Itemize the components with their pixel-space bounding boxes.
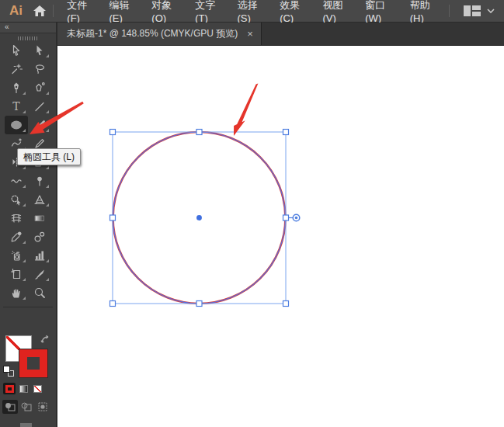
handle-bottom-right[interactable]	[283, 301, 289, 307]
hand-icon	[10, 286, 23, 299]
shape-builder-tool[interactable]	[5, 190, 28, 209]
artboard-icon	[10, 268, 23, 280]
shape-builder-icon	[10, 193, 23, 206]
toolbar-divider	[3, 307, 53, 307]
draw-behind-icon	[21, 402, 32, 411]
home-icon	[33, 5, 47, 17]
paintbrush-tool[interactable]	[28, 116, 51, 134]
magic-wand-tool[interactable]	[5, 60, 28, 78]
symbol-sprayer-tool[interactable]	[5, 246, 28, 265]
selection-center-point[interactable]	[196, 215, 202, 220]
menu-file[interactable]: 文件(F)	[58, 0, 100, 22]
puppet-warp-tool[interactable]	[28, 172, 51, 190]
menubar-divider	[53, 5, 54, 17]
handle-top-center[interactable]	[196, 130, 202, 135]
ellipse-tool[interactable]	[5, 116, 28, 134]
curvature-pen-icon	[33, 82, 46, 94]
artboard-tool[interactable]	[5, 265, 28, 283]
chevron-down-icon	[487, 9, 495, 13]
mesh-icon	[10, 212, 23, 224]
screen-mode-icon	[19, 422, 39, 427]
eyedropper-tool[interactable]	[5, 227, 28, 246]
workspace-switcher[interactable]	[454, 0, 504, 22]
menu-edit[interactable]: 编辑(E)	[101, 0, 144, 22]
mesh-tool[interactable]	[5, 209, 28, 227]
gradient-tool[interactable]	[28, 209, 51, 227]
menubar-divider-right	[449, 5, 450, 17]
change-screen-mode-button[interactable]	[19, 422, 39, 427]
ellipse-icon	[9, 119, 23, 131]
handle-bottom-left[interactable]	[110, 301, 116, 307]
menu-effect[interactable]: 效果(C)	[271, 0, 314, 22]
menu-window[interactable]: 窗口(W)	[356, 0, 401, 22]
draw-behind-button[interactable]	[19, 400, 34, 414]
swap-arrows-icon	[40, 335, 51, 345]
swap-fill-stroke-button[interactable]	[40, 335, 51, 349]
gradient-chip-icon	[19, 385, 28, 393]
selection-arrow-icon	[10, 44, 23, 57]
selection-tool[interactable]	[5, 41, 28, 60]
perspective-grid-icon	[33, 193, 46, 206]
stroke-swatch-red[interactable]	[19, 349, 47, 377]
zoom-tool[interactable]	[28, 283, 51, 302]
document-tab[interactable]: 未标题-1* @ 148.85% (CMYK/GPU 预览) ×	[57, 23, 262, 45]
artboard-canvas[interactable]	[57, 46, 504, 427]
gradient-button[interactable]	[17, 383, 30, 394]
tools-panel-collapse[interactable]: «	[0, 23, 56, 33]
draw-inside-button[interactable]	[35, 400, 50, 414]
pen-tool[interactable]	[5, 78, 28, 97]
ellipse-pie-widget[interactable]	[289, 214, 300, 221]
type-tool[interactable]: T	[5, 97, 28, 116]
lasso-tool[interactable]	[28, 60, 51, 78]
paintbrush-icon	[33, 119, 46, 131]
width-tool[interactable]	[5, 172, 28, 190]
slice-tool[interactable]	[28, 265, 51, 283]
curvature-pen-tool[interactable]	[28, 78, 51, 97]
handle-top-right[interactable]	[283, 130, 289, 135]
draw-normal-icon	[5, 402, 16, 411]
menu-type[interactable]: 文字(T)	[186, 0, 228, 22]
symbol-sprayer-icon	[10, 249, 23, 262]
column-graph-tool[interactable]	[28, 246, 51, 265]
paint-style-buttons	[3, 383, 43, 394]
document-tab-bar: 未标题-1* @ 148.85% (CMYK/GPU 预览) ×	[57, 23, 504, 46]
direct-selection-tool[interactable]	[28, 41, 51, 60]
workspace-layout-icon	[464, 5, 481, 16]
line-icon	[33, 100, 46, 113]
column-graph-icon	[33, 249, 46, 262]
menu-select[interactable]: 选择(S)	[228, 0, 271, 22]
gradient-icon	[33, 212, 46, 224]
none-button[interactable]	[31, 383, 43, 394]
handle-middle-left[interactable]	[110, 215, 116, 220]
blend-tool[interactable]	[28, 227, 51, 246]
color-button[interactable]	[3, 383, 16, 394]
none-chip-icon	[33, 385, 42, 393]
default-fill-mini-icon	[3, 366, 10, 373]
tools-panel-grip[interactable]	[18, 36, 38, 40]
handle-middle-right[interactable]	[283, 215, 289, 220]
hand-tool[interactable]	[5, 283, 28, 302]
pen-icon	[10, 82, 23, 94]
handle-top-left[interactable]	[110, 130, 116, 135]
menu-object[interactable]: 对象(O)	[143, 0, 186, 22]
color-chip-icon	[5, 385, 14, 393]
lasso-icon	[33, 63, 46, 75]
illustrator-window: Ai 文件(F) 编辑(E) 对象(O) 文字(T) 选择(S) 效果(C) 视…	[0, 0, 504, 427]
tools-panel: «	[0, 23, 57, 427]
tab-close-icon[interactable]: ×	[247, 29, 253, 39]
home-button[interactable]	[30, 0, 48, 23]
default-fill-stroke-button[interactable]	[3, 366, 16, 378]
perspective-grid-tool[interactable]	[28, 190, 51, 209]
menu-bar: Ai 文件(F) 编辑(E) 对象(O) 文字(T) 选择(S) 效果(C) 视…	[0, 0, 504, 23]
app-logo: Ai	[0, 3, 30, 19]
menu-view[interactable]: 视图(V)	[314, 0, 356, 22]
draw-normal-button[interactable]	[2, 400, 18, 414]
line-segment-tool[interactable]	[28, 97, 51, 116]
main-menus: 文件(F) 编辑(E) 对象(O) 文字(T) 选择(S) 效果(C) 视图(V…	[58, 0, 444, 22]
menu-help[interactable]: 帮助(H)	[401, 0, 444, 22]
direct-selection-arrow-icon	[33, 44, 46, 57]
width-icon	[10, 175, 23, 187]
puppet-pin-icon	[33, 175, 46, 187]
tool-grid: T	[0, 41, 56, 302]
handle-bottom-center[interactable]	[196, 301, 202, 307]
